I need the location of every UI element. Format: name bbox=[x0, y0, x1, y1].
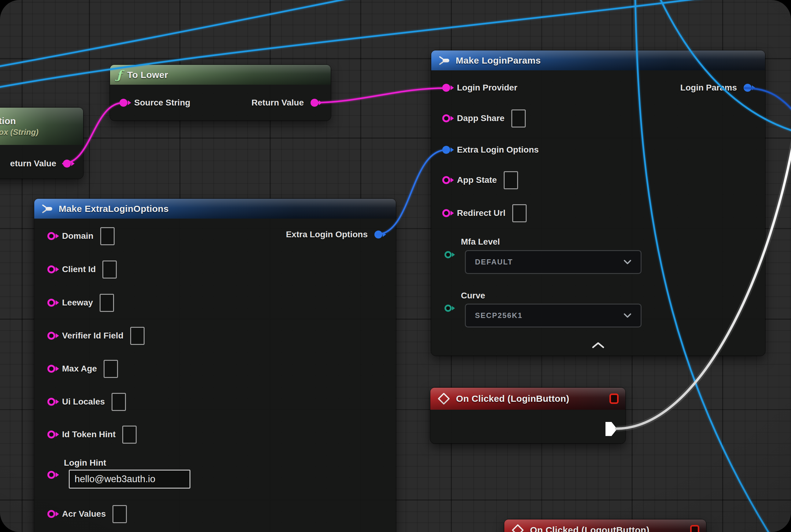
node-title: On Clicked (LogoutButton) bbox=[530, 525, 650, 532]
pin-label: App State bbox=[457, 175, 497, 185]
extra-login-options-pin[interactable] bbox=[374, 230, 382, 239]
exec-output-pin[interactable] bbox=[605, 422, 617, 436]
login-hint-label: Login Hint bbox=[64, 458, 106, 468]
id-token-hint-pin[interactable] bbox=[47, 431, 55, 438]
pin-label: Domain bbox=[62, 231, 94, 241]
wire-cyan-1-glow bbox=[0, 0, 379, 68]
function-icon: ƒ bbox=[117, 69, 122, 81]
node-get-text-partial[interactable]: tion ox (String) eturn Value bbox=[0, 108, 83, 178]
redirect-url-pin[interactable] bbox=[442, 209, 450, 217]
pin-label: Max Age bbox=[62, 364, 97, 374]
node-header[interactable]: On Clicked (LogoutButton) bbox=[504, 519, 706, 532]
acr-values-pin[interactable] bbox=[47, 510, 55, 518]
node-header[interactable]: ƒ To Lower bbox=[110, 65, 331, 85]
mfa-level-value: DEFAULT bbox=[475, 258, 513, 266]
delegate-bound-icon bbox=[610, 394, 619, 404]
pin-label: Extra Login Options bbox=[286, 230, 368, 240]
node-title: To Lower bbox=[127, 70, 168, 80]
pin-label: Client Id bbox=[62, 264, 96, 274]
mfa-level-dropdown[interactable]: DEFAULT bbox=[465, 250, 641, 274]
pin-label: Leeway bbox=[62, 298, 93, 308]
pin-label: Acr Values bbox=[62, 509, 106, 519]
node-title: Make LoginParams bbox=[456, 55, 541, 66]
acr-values-input[interactable] bbox=[113, 505, 127, 523]
extra-login-options-out-row: Extra Login Options bbox=[286, 226, 382, 243]
max-age-input[interactable] bbox=[103, 360, 118, 378]
node-header[interactable]: tion ox (String) bbox=[0, 108, 83, 145]
dapp-share-input[interactable] bbox=[512, 110, 526, 128]
node-on-clicked-login-button[interactable]: On Clicked (LoginButton) bbox=[430, 388, 625, 443]
wire-cyan-1 bbox=[0, 0, 379, 68]
verifier-id-field-row: Verifier Id Field bbox=[47, 327, 144, 345]
collapse-node-button[interactable] bbox=[591, 342, 605, 350]
dapp-share-row: Dapp Share bbox=[442, 110, 526, 127]
leeway-row: Leeway bbox=[47, 294, 114, 311]
pin-label: Dapp Share bbox=[457, 113, 505, 123]
wire-pink-2-glow bbox=[312, 88, 446, 103]
pin-label: Redirect Url bbox=[457, 208, 505, 218]
extra-login-options-row: Extra Login Options bbox=[442, 141, 539, 159]
ui-locales-pin[interactable] bbox=[47, 398, 55, 406]
domain-input[interactable] bbox=[100, 227, 115, 245]
login-params-pin[interactable] bbox=[744, 84, 752, 92]
id-token-hint-input[interactable] bbox=[122, 425, 137, 444]
login-hint-input[interactable]: hello@web3auth.io bbox=[69, 470, 190, 489]
app-state-pin[interactable] bbox=[442, 176, 450, 184]
node-header[interactable]: On Clicked (LoginButton) bbox=[430, 388, 625, 410]
node-to-lower[interactable]: ƒ To Lower Source String Return Value bbox=[110, 65, 331, 120]
chevron-down-icon bbox=[623, 313, 632, 318]
node-make-login-params[interactable]: Make LoginParams Login Provider Login Pa… bbox=[431, 51, 765, 356]
source-string-pin[interactable] bbox=[119, 99, 128, 107]
mfa-level-label: Mfa Level bbox=[461, 237, 500, 247]
pin-label: Source String bbox=[134, 98, 190, 108]
verifier-id-field-input[interactable] bbox=[130, 327, 144, 345]
id-token-hint-row: Id Token Hint bbox=[47, 425, 137, 443]
chevron-up-icon bbox=[591, 342, 605, 349]
pin-label: Ui Locales bbox=[62, 397, 105, 407]
client-id-input[interactable] bbox=[102, 261, 117, 279]
pin-label: Id Token Hint bbox=[62, 430, 116, 439]
redirect-url-row: Redirect Url bbox=[442, 204, 527, 222]
pin-label: Return Value bbox=[252, 98, 304, 108]
pin-label: eturn Value bbox=[10, 159, 56, 169]
extra-login-options-pin[interactable] bbox=[442, 146, 450, 154]
node-on-clicked-logout-button[interactable]: On Clicked (LogoutButton) bbox=[504, 519, 706, 532]
leeway-pin[interactable] bbox=[47, 299, 55, 307]
app-state-input[interactable] bbox=[504, 171, 518, 189]
verifier-id-field-pin[interactable] bbox=[47, 332, 55, 340]
node-make-extra-login-options[interactable]: Make ExtraLoginOptions Domain Extra Logi… bbox=[34, 199, 396, 532]
node-header[interactable]: Make ExtraLoginOptions bbox=[34, 199, 396, 218]
chevron-down-icon bbox=[623, 260, 632, 264]
return-value-pin[interactable] bbox=[310, 99, 319, 107]
pin-label: Login Params bbox=[680, 83, 737, 93]
curve-pin[interactable] bbox=[444, 305, 451, 311]
return-value-pin[interactable] bbox=[63, 159, 71, 168]
app-state-row: App State bbox=[442, 171, 518, 189]
node-subtitle: ox (String) bbox=[0, 128, 39, 137]
login-provider-row: Login Provider bbox=[442, 79, 518, 97]
blueprint-canvas[interactable]: tion ox (String) eturn Value ƒ To Lower … bbox=[0, 0, 791, 532]
node-header[interactable]: Make LoginParams bbox=[431, 51, 765, 70]
curve-dropdown[interactable]: SECP256K1 bbox=[465, 304, 641, 327]
login-hint-pin[interactable] bbox=[47, 471, 55, 479]
node-title: tion bbox=[0, 116, 16, 126]
pin-label: Verifier Id Field bbox=[62, 331, 123, 341]
max-age-row: Max Age bbox=[47, 360, 118, 378]
leeway-input[interactable] bbox=[100, 294, 114, 312]
domain-row: Domain bbox=[47, 227, 115, 245]
domain-pin[interactable] bbox=[47, 232, 55, 240]
dapp-share-pin[interactable] bbox=[442, 114, 450, 122]
client-id-pin[interactable] bbox=[47, 265, 55, 273]
max-age-pin[interactable] bbox=[47, 365, 55, 373]
ui-locales-input[interactable] bbox=[112, 393, 126, 411]
pin-label: Extra Login Options bbox=[457, 145, 539, 155]
source-string-row: Source String bbox=[119, 94, 190, 112]
acr-values-row: Acr Values bbox=[47, 505, 127, 523]
ui-locales-row: Ui Locales bbox=[47, 393, 126, 411]
redirect-url-input[interactable] bbox=[512, 204, 527, 222]
mfa-level-pin[interactable] bbox=[444, 251, 451, 258]
return-value-row: Return Value bbox=[252, 94, 319, 112]
event-diamond-icon bbox=[511, 524, 524, 532]
login-provider-pin[interactable] bbox=[442, 84, 450, 92]
login-params-out-row: Login Params bbox=[680, 79, 752, 97]
